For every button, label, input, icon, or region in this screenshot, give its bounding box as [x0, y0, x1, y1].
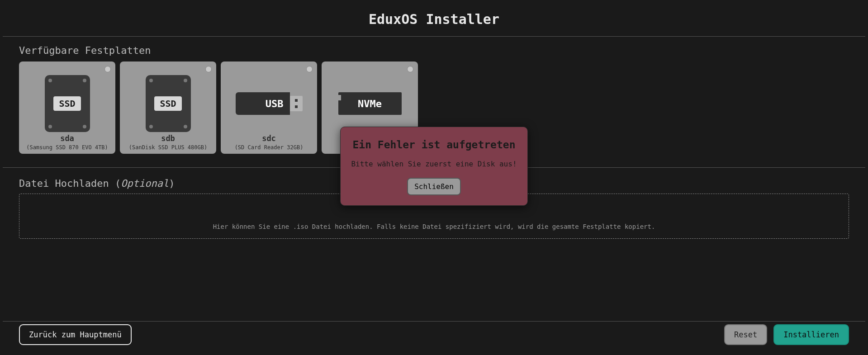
disk-name: sdc	[262, 134, 276, 143]
dialog-title: Ein Fehler ist aufgetreten	[351, 139, 517, 151]
disk-subtitle: (Samsung SSD 870 EVO 4TB)	[26, 144, 108, 151]
disks-heading: Verfügbare Festplatten	[0, 37, 868, 62]
upload-heading-prefix: Datei Hochladen (	[19, 178, 121, 189]
disk-icon: SSD	[45, 74, 90, 133]
disk-name: sdb	[161, 134, 175, 143]
radio-indicator[interactable]	[306, 66, 313, 72]
footer-right-group: Reset Installieren	[724, 324, 849, 345]
disk-subtitle: (SD Card Reader 32GB)	[235, 144, 304, 151]
disk-subtitle: (SanDisk SSD PLUS 480GB)	[129, 144, 207, 151]
ssd-icon-label: SSD	[154, 96, 181, 111]
ssd-icon-label: SSD	[53, 96, 81, 111]
upload-heading-suffix: )	[169, 178, 175, 189]
disk-icon: SSD	[146, 74, 191, 133]
radio-indicator[interactable]	[104, 66, 111, 72]
upload-hint: Hier können Sie eine .iso Datei hochlade…	[213, 223, 655, 230]
dialog-message: Bitte wählen Sie zuerst eine Disk aus!	[351, 159, 517, 169]
back-button[interactable]: Zurück zum Hauptmenü	[19, 324, 132, 345]
upload-heading-optional: Optional	[121, 178, 169, 189]
install-button[interactable]: Installieren	[773, 324, 849, 345]
nvme-icon-label: NVMe	[358, 98, 382, 109]
disk-icon: USB	[236, 74, 303, 133]
disk-icon: NVMe	[338, 74, 402, 133]
disk-name: sda	[60, 134, 74, 143]
error-dialog: Ein Fehler ist aufgetreten Bitte wählen …	[340, 127, 528, 205]
dialog-close-button[interactable]: Schließen	[407, 178, 461, 195]
page-title: EduxOS Installer	[0, 0, 868, 36]
divider	[3, 321, 865, 322]
reset-button[interactable]: Reset	[724, 324, 767, 345]
footer: Zurück zum Hauptmenü Reset Installieren	[0, 324, 868, 355]
disk-card-sdc[interactable]: USB sdc (SD Card Reader 32GB)	[221, 62, 317, 154]
disk-card-sda[interactable]: SSD sda (Samsung SSD 870 EVO 4TB)	[19, 62, 115, 154]
usb-icon-label: USB	[266, 98, 284, 109]
disk-card-sdb[interactable]: SSD sdb (SanDisk SSD PLUS 480GB)	[120, 62, 216, 154]
radio-indicator[interactable]	[407, 66, 413, 72]
radio-indicator[interactable]	[205, 66, 212, 72]
